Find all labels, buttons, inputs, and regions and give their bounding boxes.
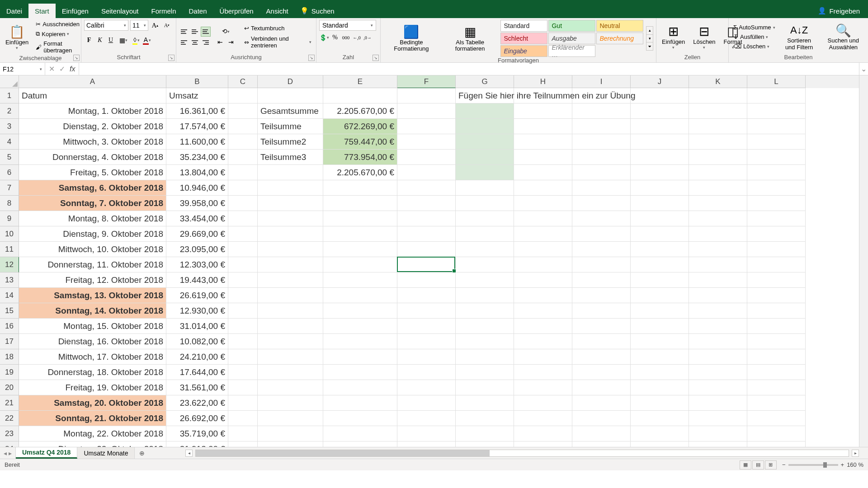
column-header[interactable]: I (572, 75, 631, 88)
name-box[interactable]: F12▾ (0, 63, 45, 75)
cell[interactable] (572, 226, 631, 242)
cell[interactable] (323, 334, 397, 349)
cell[interactable] (747, 319, 806, 334)
row-header[interactable]: 23 (0, 426, 19, 441)
cell[interactable] (572, 180, 631, 196)
cell[interactable] (572, 411, 631, 426)
cell[interactable]: Dienstag, 9. Oktober 2018 (19, 226, 166, 242)
cell[interactable] (258, 88, 323, 103)
cell[interactable] (572, 165, 631, 180)
cell[interactable] (456, 380, 514, 395)
comma-format-button[interactable]: 000 (341, 33, 351, 42)
cell[interactable] (572, 242, 631, 257)
cell[interactable] (689, 134, 747, 150)
cell[interactable]: Freitag, 12. Oktober 2018 (19, 272, 166, 288)
cell[interactable]: Dienstag, 2. Oktober 2018 (19, 119, 166, 134)
row-header[interactable]: 12 (0, 257, 19, 272)
cell[interactable]: Dienstag, 23. Oktober 2018 (19, 441, 166, 447)
cell[interactable] (323, 196, 397, 211)
cell[interactable] (228, 272, 258, 288)
cell[interactable] (397, 288, 456, 303)
cell[interactable] (747, 103, 806, 119)
cell[interactable] (258, 319, 323, 334)
orientation-button[interactable]: ⟲▾ (215, 27, 236, 37)
cell[interactable]: Donnerstag, 11. Oktober 2018 (19, 257, 166, 272)
cell[interactable] (456, 319, 514, 334)
zoom-slider[interactable] (788, 464, 838, 466)
cell[interactable] (572, 134, 631, 150)
italic-button[interactable]: K (95, 35, 105, 45)
row-header[interactable]: 5 (0, 150, 19, 165)
cell[interactable] (258, 441, 323, 447)
cell[interactable]: Umsatz (166, 88, 228, 103)
cell[interactable] (514, 119, 572, 134)
cell[interactable] (572, 119, 631, 134)
cell[interactable] (631, 165, 689, 180)
cell[interactable] (228, 303, 258, 319)
cell[interactable] (572, 426, 631, 441)
cell[interactable]: Montag, 1. Oktober 2018 (19, 103, 166, 119)
cell[interactable]: Montag, 8. Oktober 2018 (19, 211, 166, 226)
cell[interactable] (514, 103, 572, 119)
cell[interactable] (689, 441, 747, 447)
cell[interactable] (228, 134, 258, 150)
cell[interactable] (514, 441, 572, 447)
cell[interactable] (747, 196, 806, 211)
cell[interactable] (631, 272, 689, 288)
cell[interactable] (572, 334, 631, 349)
font-name-combo[interactable]: Calibri▾ (84, 20, 128, 31)
tell-me-search[interactable]: 💡 Suchen (295, 4, 340, 18)
column-header[interactable]: C (228, 75, 258, 88)
cancel-formula-button[interactable]: ✕ (49, 65, 55, 73)
sheet-nav-prev[interactable]: ◂ (4, 450, 7, 457)
cell[interactable] (228, 88, 258, 103)
cell[interactable] (747, 226, 806, 242)
cell[interactable] (747, 426, 806, 441)
number-format-combo[interactable]: Standard▾ (319, 20, 376, 31)
cell[interactable] (747, 441, 806, 447)
zoom-level[interactable]: 160 % (847, 461, 863, 468)
cell[interactable]: Mittwoch, 3. Oktober 2018 (19, 134, 166, 150)
cell[interactable] (747, 257, 806, 272)
cell[interactable] (323, 288, 397, 303)
cell[interactable] (397, 411, 456, 426)
cell[interactable] (572, 103, 631, 119)
cell[interactable] (456, 365, 514, 380)
cell[interactable] (397, 257, 456, 272)
cell[interactable] (258, 165, 323, 180)
cell[interactable] (514, 257, 572, 272)
cell[interactable] (397, 103, 456, 119)
cell[interactable]: 672.269,00 € (323, 119, 397, 134)
column-header[interactable]: L (747, 75, 806, 88)
cell[interactable]: 31.561,00 € (166, 380, 228, 395)
number-dialog-launcher[interactable]: ↘ (373, 55, 379, 61)
cell[interactable] (572, 441, 631, 447)
cell[interactable] (747, 411, 806, 426)
cell[interactable] (323, 395, 397, 411)
cell[interactable] (228, 441, 258, 447)
cell[interactable]: Samstag, 6. Oktober 2018 (19, 180, 166, 196)
cell[interactable] (631, 103, 689, 119)
cell[interactable] (631, 365, 689, 380)
cell[interactable] (456, 226, 514, 242)
cell[interactable] (514, 288, 572, 303)
cell[interactable] (456, 303, 514, 319)
cell[interactable] (631, 242, 689, 257)
cell[interactable]: Samstag, 13. Oktober 2018 (19, 288, 166, 303)
row-header[interactable]: 17 (0, 334, 19, 349)
sheet-tab[interactable]: Umsatz Monate (77, 447, 135, 459)
cell[interactable] (514, 334, 572, 349)
styles-scroll-up[interactable]: ▴ (646, 27, 653, 35)
cell[interactable] (258, 226, 323, 242)
cell[interactable]: 31.014,00 € (166, 319, 228, 334)
accounting-format-button[interactable]: 💲▾ (319, 33, 329, 42)
cell[interactable] (228, 180, 258, 196)
cell[interactable]: Mittwoch, 10. Oktober 2018 (19, 242, 166, 257)
cell[interactable] (689, 426, 747, 441)
cell[interactable] (689, 103, 747, 119)
cell[interactable] (747, 334, 806, 349)
cell[interactable]: Freitag, 5. Oktober 2018 (19, 165, 166, 180)
cell[interactable] (689, 257, 747, 272)
cell[interactable] (631, 180, 689, 196)
cell[interactable]: 17.574,00 € (166, 119, 228, 134)
